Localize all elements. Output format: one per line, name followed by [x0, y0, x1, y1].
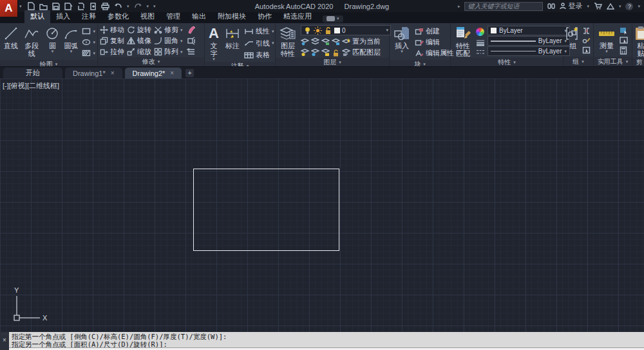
lineweight-dropdown[interactable]: ByLayer ▾ — [488, 36, 570, 46]
set-current-layer-icon[interactable] — [342, 37, 350, 46]
layer-properties-button[interactable]: 图层 特性 — [278, 24, 298, 58]
move-button[interactable]: 移动 — [100, 24, 124, 35]
circle-button[interactable]: 圆 ▾ — [43, 24, 61, 60]
copy-button[interactable]: 复制 — [100, 35, 124, 46]
quick-select-icon[interactable] — [620, 27, 629, 35]
file-tab-drawing1[interactable]: Drawing1* × — [65, 68, 122, 78]
erase-button[interactable] — [187, 24, 196, 35]
panel-label-block[interactable]: 块▾ — [390, 60, 450, 67]
ribbon-tab-view[interactable]: 视图 — [135, 10, 160, 23]
object-color-dropdown[interactable]: ByLayer ▾ — [488, 26, 570, 35]
app-caret-icon[interactable]: ▾ — [619, 4, 621, 9]
lineweight-icon[interactable] — [476, 39, 485, 46]
publish-button[interactable] — [77, 3, 85, 10]
hatch-button[interactable]: ▾ — [82, 48, 95, 59]
layer-tool-icon[interactable] — [301, 48, 309, 57]
group-button[interactable]: 组 — [565, 24, 581, 57]
rectangle-button[interactable]: ▾ — [82, 26, 95, 37]
text-button[interactable]: A 文字 ▾ — [207, 24, 221, 62]
match-layer-button[interactable]: 匹配图层 — [352, 47, 381, 58]
panel-label-utilities[interactable]: 实用工具▾ — [594, 57, 632, 66]
arc-button[interactable]: 圆弧 ▾ — [62, 24, 80, 60]
panel-label-annotation[interactable]: 注释▾ — [205, 62, 275, 67]
panel-label-properties[interactable]: 特性▾ — [451, 58, 563, 67]
panel-label-draw[interactable]: 绘图▾ — [0, 60, 97, 67]
table-button[interactable]: 表格 — [244, 50, 274, 60]
ellipse-button[interactable]: ▾ — [82, 37, 95, 48]
color-wheel-icon[interactable] — [476, 28, 484, 36]
line-button[interactable]: 直线 — [2, 24, 20, 60]
autodesk-app-icon[interactable] — [607, 3, 614, 10]
plot-button[interactable] — [101, 3, 109, 10]
group-edit-icon[interactable] — [582, 37, 591, 44]
layer-tool-icon[interactable] — [321, 48, 330, 57]
connect-media-button[interactable]: ▾ — [323, 15, 343, 23]
command-close-icon[interactable]: × — [3, 337, 6, 344]
ribbon-tab-addins[interactable]: 附加模块 — [212, 10, 252, 23]
search-icon[interactable] — [547, 3, 555, 10]
customize-qat-caret-icon[interactable]: ▾ — [153, 4, 156, 9]
ribbon-tab-output[interactable]: 输出 — [186, 10, 212, 23]
drawing-canvas[interactable]: [-][俯视][二维线框] Y X — [0, 78, 644, 332]
app-store-cart-icon[interactable] — [594, 3, 602, 10]
panel-label-clipboard[interactable]: 剪 — [632, 58, 644, 67]
layer-tool-icon[interactable] — [311, 48, 319, 57]
file-tab-start[interactable]: 开始 — [3, 68, 62, 78]
ribbon-tab-insert[interactable]: 插入 — [50, 10, 76, 23]
select-all-icon[interactable] — [620, 37, 629, 44]
command-input-row[interactable] — [9, 347, 644, 350]
redo-caret-icon[interactable]: ▾ — [147, 4, 149, 9]
dimension-button[interactable]: 标注 — [223, 24, 242, 62]
app-menu-caret-icon[interactable]: ▾ — [19, 4, 22, 9]
group-selection-icon[interactable] — [582, 46, 591, 54]
layer-tool-icon[interactable] — [301, 37, 309, 46]
account-caret-icon[interactable]: ▾ — [587, 4, 589, 9]
panel-label-layers[interactable]: 图层▾ — [276, 58, 389, 67]
array-button[interactable]: 阵列▾ — [154, 46, 183, 57]
quick-calc-icon[interactable] — [620, 46, 627, 55]
match-properties-button[interactable]: 特性 匹配 — [453, 24, 473, 58]
ribbon-tab-collaborate[interactable]: 协作 — [252, 10, 278, 23]
ribbon-tab-featured-apps[interactable]: 精选应用 — [278, 10, 317, 23]
polyline-button[interactable]: 多段线 — [21, 24, 43, 60]
close-tab-icon[interactable]: × — [111, 69, 115, 77]
match-layer-icon[interactable] — [342, 48, 350, 57]
layer-tool-icon[interactable] — [332, 48, 340, 57]
linetype-icon[interactable] — [476, 50, 485, 55]
explode-button[interactable] — [187, 35, 196, 46]
overkill-button[interactable] — [187, 46, 196, 57]
ungroup-icon[interactable] — [582, 27, 591, 35]
sign-in-button[interactable]: 登录 — [560, 1, 582, 11]
measure-button[interactable]: 测量 ▾ — [596, 24, 618, 57]
new-file-button[interactable] — [27, 2, 35, 10]
viewport-controls[interactable]: [-][俯视][二维线框] — [3, 81, 59, 91]
ribbon-tab-parametric[interactable]: 参数化 — [102, 10, 135, 23]
undo-caret-icon[interactable]: ▾ — [127, 4, 129, 9]
layer-tool-icon[interactable] — [321, 37, 330, 46]
trim-button[interactable]: 修剪▾ — [154, 24, 183, 35]
insert-block-button[interactable]: 插入 ▾ — [392, 24, 412, 60]
panel-label-modify[interactable]: 修改▾ — [98, 57, 204, 66]
ribbon-tab-home[interactable]: 默认 — [24, 10, 50, 23]
leader-button[interactable]: 引线▾ — [244, 38, 274, 49]
transfer-button[interactable] — [90, 3, 97, 10]
open-file-button[interactable] — [39, 3, 48, 10]
stretch-button[interactable]: 拉伸 — [100, 46, 124, 57]
app-menu-button[interactable]: A — [0, 0, 18, 17]
search-history-caret-icon[interactable]: ▸ — [458, 4, 460, 9]
save-button[interactable] — [52, 3, 60, 10]
ribbon-tab-annotate[interactable]: 注释 — [76, 10, 102, 23]
linetype-dropdown[interactable]: ByLayer ▾ — [488, 46, 570, 56]
redo-button[interactable] — [134, 3, 142, 10]
undo-button[interactable] — [114, 3, 122, 10]
help-caret-icon[interactable]: ▾ — [638, 4, 640, 9]
layer-tool-icon[interactable] — [332, 37, 340, 46]
drawn-rectangle[interactable] — [193, 169, 339, 251]
new-drawing-tab-button[interactable]: + — [185, 69, 194, 77]
close-tab-icon[interactable]: × — [170, 69, 174, 77]
rotate-button[interactable]: 旋转 — [127, 24, 151, 35]
scale-button[interactable]: 缩放 — [127, 46, 151, 57]
file-tab-drawing2[interactable]: Drawing2* × — [125, 68, 182, 78]
help-search-input[interactable] — [464, 2, 543, 11]
help-icon[interactable]: ? — [625, 3, 633, 10]
